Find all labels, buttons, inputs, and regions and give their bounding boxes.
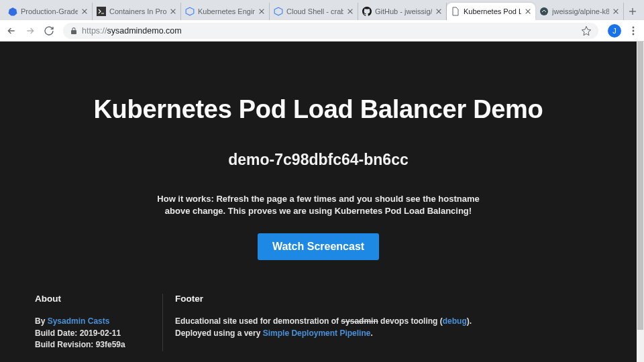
svg-point-21: [633, 26, 635, 28]
back-button[interactable]: [4, 23, 19, 38]
new-tab-button[interactable]: [624, 3, 641, 20]
build-date: Build Date: 2019-02-11: [35, 328, 149, 339]
cloud-shell-icon: [97, 7, 106, 16]
close-icon[interactable]: [525, 8, 531, 15]
github-icon: [362, 7, 372, 16]
lock-icon: [70, 27, 78, 35]
page-icon: [451, 7, 460, 16]
chrome-menu-icon[interactable]: [628, 25, 639, 36]
gcp-hexagon-icon: [274, 7, 283, 16]
url-text: https://sysadmindemo.com: [82, 26, 182, 36]
svg-point-16: [540, 7, 548, 15]
about-heading: About: [35, 294, 149, 304]
pipeline-link[interactable]: Simple Deployment Pipeline: [263, 328, 371, 338]
sysadmin-casts-link[interactable]: Sysadmin Casts: [48, 316, 110, 326]
svg-point-22: [633, 29, 635, 32]
browser-tab[interactable]: Containers In Prod: [93, 3, 181, 20]
footer-heading: Footer: [175, 294, 602, 304]
about-by-line: By Sysadmin Casts: [35, 316, 149, 327]
address-bar[interactable]: https://sysadmindemo.com: [63, 23, 598, 39]
tab-title: Kubernetes Engine: [198, 7, 255, 15]
tab-title: GitHub - jweissig/: [375, 7, 432, 15]
close-icon[interactable]: [435, 8, 442, 15]
reload-button[interactable]: [42, 23, 56, 38]
page-content: Kubernetes Pod Load Balancer Demo demo-7…: [0, 42, 637, 362]
tab-title: Production-Grade: [21, 7, 78, 15]
debug-link[interactable]: debug: [443, 316, 467, 326]
viewport: Kubernetes Pod Load Balancer Demo demo-7…: [0, 42, 644, 362]
tab-title: Cloud Shell - crab: [286, 7, 343, 15]
forward-button[interactable]: [23, 23, 38, 38]
close-icon[interactable]: [258, 8, 265, 15]
browser-toolbar: https://sysadmindemo.com J: [0, 20, 644, 42]
profile-avatar[interactable]: J: [608, 24, 621, 38]
vertical-scrollbar[interactable]: [637, 42, 644, 362]
page-title: Kubernetes Pod Load Balancer Demo: [40, 95, 596, 124]
footer-line-1: Educational site used for demonstration …: [175, 316, 602, 327]
build-revision: Build Revision: 93fe59a: [35, 339, 149, 351]
svg-marker-6: [186, 7, 194, 15]
kubernetes-icon: [8, 7, 17, 16]
scrollbar-thumb[interactable]: [637, 42, 643, 330]
close-icon[interactable]: [347, 8, 354, 15]
browser-tab[interactable]: jweissig/alpine-k8: [535, 3, 624, 20]
how-it-works-text: How it works: Refresh the page a few tim…: [144, 193, 493, 217]
browser-tab[interactable]: GitHub - jweissig/: [358, 3, 447, 20]
footer-line-2: Deployed using a very Simple Deployment …: [175, 328, 602, 339]
tab-title: Kubernetes Pod Lo: [464, 7, 521, 15]
close-icon[interactable]: [81, 8, 88, 15]
docker-icon: [539, 7, 549, 16]
gcp-hexagon-icon: [185, 7, 195, 16]
browser-tab[interactable]: Kubernetes Engine: [181, 3, 270, 20]
tab-title: Containers In Prod: [109, 7, 166, 15]
svg-point-23: [633, 33, 635, 35]
tab-strip: Production-Grade Containers In Prod Kube…: [0, 0, 644, 20]
close-icon[interactable]: [170, 8, 176, 15]
browser-tab-active[interactable]: Kubernetes Pod Lo: [447, 3, 535, 20]
svg-rect-3: [97, 7, 106, 16]
svg-marker-0: [9, 7, 17, 15]
pod-hostname: demo-7c98dbfc64-bn6cc: [40, 151, 596, 169]
browser-tab[interactable]: Production-Grade: [4, 3, 93, 20]
svg-marker-9: [274, 7, 282, 15]
watch-screencast-button[interactable]: Watch Screencast: [258, 233, 379, 260]
tab-title: jweissig/alpine-k8: [552, 7, 609, 15]
browser-tab[interactable]: Cloud Shell - crab: [270, 3, 358, 20]
bookmark-star-icon[interactable]: [581, 25, 592, 36]
close-icon[interactable]: [612, 8, 619, 15]
